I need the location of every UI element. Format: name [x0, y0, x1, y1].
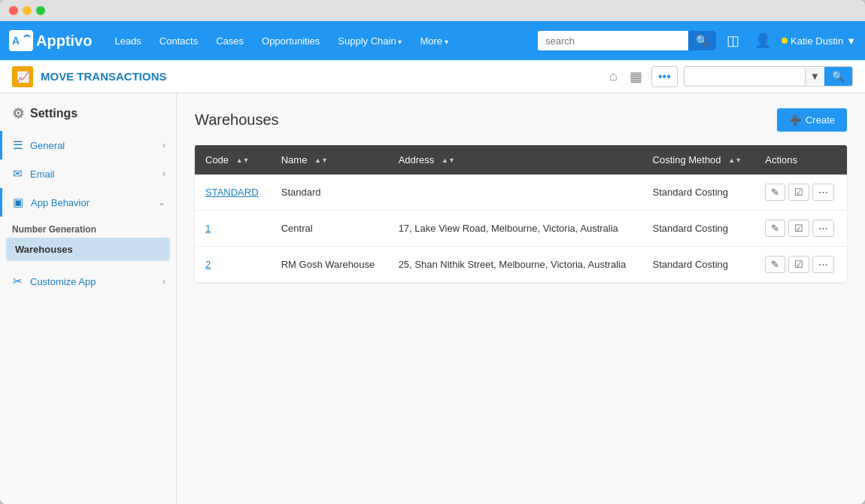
col-costing-label: Costing Method: [653, 154, 721, 165]
navbar-right: 🔍 ◫ 👤 Katie Dustin ▼: [538, 29, 856, 52]
app-window: A Apptivo Leads Contacts Cases Opportuni…: [0, 0, 865, 504]
maximize-btn[interactable]: [36, 6, 45, 15]
warehouses-label: Warehouses: [15, 244, 73, 255]
row2-edit-btn[interactable]: ✎: [765, 256, 785, 273]
sub-header-right: ⌂ ▦ ••• ▼ 🔍: [606, 65, 853, 88]
row0-actions: ✎ ☑ ⋯: [754, 175, 847, 211]
sidebar-item-email[interactable]: ✉ Email ›: [0, 159, 176, 188]
email-icon: ✉: [13, 167, 23, 181]
customize-arrow-icon: ›: [162, 276, 165, 287]
row0-edit-btn[interactable]: ✎: [765, 184, 785, 201]
row0-name: Standard: [271, 175, 388, 211]
row2-check-btn[interactable]: ☑: [788, 256, 809, 273]
row2-code: 2: [195, 247, 271, 283]
more-dots-btn[interactable]: •••: [651, 66, 678, 87]
svg-text:A: A: [12, 35, 20, 47]
col-code: Code ▲▼: [195, 145, 271, 175]
col-code-label: Code: [205, 154, 229, 165]
col-actions: Actions: [754, 145, 847, 175]
row1-action-btns: ✎ ☑ ⋯: [765, 220, 836, 237]
address-sort-icon[interactable]: ▲▼: [442, 158, 455, 163]
number-generation-label: Number Generation: [12, 224, 96, 235]
sub-search-input[interactable]: [684, 68, 805, 85]
nav-more[interactable]: More: [411, 31, 457, 51]
warehouses-table: Code ▲▼ Name ▲▼ Address ▲▼ Costing Met: [195, 145, 847, 282]
table-row: STANDARD Standard Standard Costing ✎ ☑ ⋯: [195, 175, 847, 211]
row0-address: [388, 175, 642, 211]
create-btn-label: Create: [806, 114, 835, 126]
nav-opportunities[interactable]: Opportunities: [253, 31, 329, 51]
col-costing: Costing Method ▲▼: [642, 145, 755, 175]
logo[interactable]: A Apptivo: [9, 30, 92, 51]
sub-header: 📈 MOVE TRANSACTIONS ⌂ ▦ ••• ▼ 🔍: [0, 60, 865, 93]
sidebar-title: ⚙ Settings: [0, 102, 176, 131]
row2-name: RM Gosh Warehouse: [271, 247, 388, 283]
logo-icon: A: [9, 30, 33, 51]
nav-leads[interactable]: Leads: [105, 31, 150, 51]
row2-more-btn[interactable]: ⋯: [812, 256, 834, 273]
sub-search: ▼ 🔍: [684, 66, 853, 87]
number-generation-section: Number Generation: [0, 217, 176, 238]
table-row: 2 RM Gosh Warehouse 25, Shan Nithik Stre…: [195, 247, 847, 283]
user-menu[interactable]: Katie Dustin ▼: [782, 35, 856, 47]
row0-action-btns: ✎ ☑ ⋯: [765, 184, 836, 201]
row0-more-btn[interactable]: ⋯: [812, 184, 834, 201]
app-title: MOVE TRANSACTIONS: [41, 70, 167, 83]
inbox-icon-btn[interactable]: ◫: [722, 29, 744, 52]
col-name-label: Name: [281, 154, 308, 165]
table-row: 1 Central 17, Lake View Road, Melbourne,…: [195, 211, 847, 247]
row0-costing: Standard Costing: [642, 175, 755, 211]
row1-more-btn[interactable]: ⋯: [812, 220, 834, 237]
name-sort-icon[interactable]: ▲▼: [314, 158, 328, 163]
close-btn[interactable]: [9, 6, 18, 15]
nav-contacts[interactable]: Contacts: [150, 31, 207, 51]
content-area: Warehouses ➕ Create Code ▲▼ Name: [177, 93, 865, 504]
row2-actions: ✎ ☑ ⋯: [754, 247, 847, 283]
sidebar-item-customize-app[interactable]: ✂ Customize App ›: [0, 267, 176, 296]
row1-actions: ✎ ☑ ⋯: [754, 211, 847, 247]
home-icon-btn[interactable]: ⌂: [606, 65, 621, 87]
page-title: Warehouses: [195, 111, 279, 129]
sidebar-item-warehouses[interactable]: Warehouses: [6, 238, 170, 261]
code-sort-icon[interactable]: ▲▼: [236, 158, 250, 163]
sidebar-item-email-label: Email: [30, 169, 162, 180]
col-name: Name ▲▼: [271, 145, 388, 175]
sub-search-go-btn[interactable]: 🔍: [824, 67, 852, 86]
search-input[interactable]: [538, 32, 688, 50]
sidebar-item-app-behavior-label: App Behavior: [31, 197, 158, 208]
app-behavior-arrow-icon: ⌄: [158, 197, 165, 208]
row2-costing: Standard Costing: [642, 247, 755, 283]
row1-edit-btn[interactable]: ✎: [765, 220, 785, 237]
general-arrow-icon: ›: [162, 140, 165, 150]
app-icon: 📈: [12, 66, 33, 87]
row0-code-link[interactable]: STANDARD: [205, 187, 259, 198]
search-button[interactable]: 🔍: [688, 31, 716, 50]
row0-check-btn[interactable]: ☑: [788, 184, 809, 201]
user-dropdown-arrow: ▼: [846, 35, 856, 47]
content-header: Warehouses ➕ Create: [195, 108, 847, 132]
sidebar: ⚙ Settings ☰ General › ✉ Email › ▣ App B…: [0, 93, 177, 504]
nav-supply-chain[interactable]: Supply Chain: [329, 31, 411, 51]
col-actions-label: Actions: [765, 154, 797, 165]
user-avatar: [782, 38, 788, 44]
create-button[interactable]: ➕ Create: [777, 108, 847, 132]
row1-code-link[interactable]: 1: [205, 223, 211, 234]
costing-sort-icon[interactable]: ▲▼: [728, 158, 742, 163]
email-arrow-icon: ›: [162, 169, 165, 179]
main-layout: ⚙ Settings ☰ General › ✉ Email › ▣ App B…: [0, 93, 865, 504]
customize-icon: ✂: [13, 275, 23, 288]
row1-check-btn[interactable]: ☑: [788, 220, 809, 237]
general-icon: ☰: [13, 138, 23, 152]
sub-search-dropdown-btn[interactable]: ▼: [805, 68, 824, 85]
sidebar-item-app-behavior[interactable]: ▣ App Behavior ⌄: [0, 188, 176, 217]
sidebar-item-general[interactable]: ☰ General ›: [0, 131, 176, 159]
minimize-btn[interactable]: [23, 6, 32, 15]
row2-code-link[interactable]: 2: [205, 259, 211, 270]
table-header-row: Code ▲▼ Name ▲▼ Address ▲▼ Costing Met: [195, 145, 847, 175]
nav-cases[interactable]: Cases: [207, 31, 253, 51]
sidebar-item-customize-label: Customize App: [30, 276, 162, 287]
navbar: A Apptivo Leads Contacts Cases Opportuni…: [0, 21, 865, 60]
col-address-label: Address: [399, 154, 435, 165]
user-icon-btn[interactable]: 👤: [750, 29, 775, 52]
chart-icon-btn[interactable]: ▦: [627, 65, 645, 88]
